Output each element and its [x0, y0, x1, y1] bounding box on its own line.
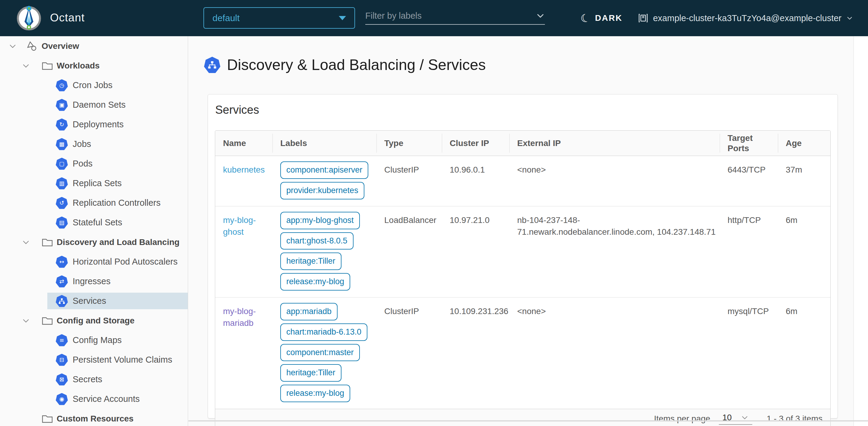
- page-head: Discovery & Load Balancing / Services: [204, 56, 486, 74]
- replica-sets-icon: ▥: [56, 177, 68, 190]
- objects-icon: [25, 40, 38, 52]
- sidebar-item-jobs[interactable]: ▦ Jobs: [0, 134, 188, 154]
- service-link[interactable]: my-blog-mariadb: [223, 307, 256, 328]
- label-pill[interactable]: heritage:Tiller: [280, 253, 341, 270]
- label-filter-placeholder: Filter by labels: [365, 11, 422, 21]
- folder-icon: [41, 60, 54, 72]
- label-pill[interactable]: component:master: [280, 344, 360, 362]
- cell-labels: component:apiserver provider:kubernetes: [273, 156, 376, 206]
- octant-logo: [15, 4, 43, 32]
- sidebar-item-label: Daemon Sets: [73, 100, 126, 110]
- cell-labels: app:mariadb chart:mariadb-6.13.0 compone…: [273, 297, 376, 409]
- sidebar-item-discovery-and-load-balancing[interactable]: Discovery and Load Balancing: [0, 232, 188, 252]
- sidebar-item-label: Replication Controllers: [73, 198, 161, 208]
- theme-toggle-button[interactable]: ☾ DARK: [581, 0, 622, 36]
- sidebar-item-label: Workloads: [57, 61, 100, 70]
- service-accounts-icon: ◉: [56, 393, 68, 405]
- sidebar-item-persistent-volume-claims[interactable]: ⊟ Persistent Volume Claims: [0, 350, 188, 370]
- namespace-select[interactable]: default: [204, 7, 355, 29]
- label-pill[interactable]: chart:mariadb-6.13.0: [280, 323, 367, 341]
- sidebar-item-label: Persistent Volume Claims: [73, 355, 172, 365]
- sidebar-item-replication-controllers[interactable]: ↺ Replication Controllers: [0, 193, 188, 213]
- sidebar: Overview Workloads ◷ Cron Jobs ▣ Daemon …: [0, 36, 188, 426]
- folder-icon: [41, 236, 54, 248]
- label-pill[interactable]: release:my-blog: [280, 273, 350, 290]
- table-pagination: Items per page 10 1 - 3 of 3 items: [215, 409, 830, 426]
- card-title: Services: [208, 94, 838, 116]
- sidebar-item-workloads[interactable]: Workloads: [0, 56, 188, 76]
- deployments-icon: ↻: [56, 119, 68, 131]
- label-pill[interactable]: component:apiserver: [280, 162, 368, 179]
- cell-type: ClusterIP: [376, 297, 442, 409]
- cell-age: 37m: [778, 156, 830, 206]
- sidebar-item-config-maps[interactable]: ≡ Config Maps: [0, 330, 188, 350]
- label-pill[interactable]: provider:kubernetes: [280, 182, 364, 199]
- main-content: Discovery & Load Balancing / Services Se…: [188, 36, 868, 426]
- stateful-sets-icon: ▤: [56, 217, 68, 229]
- scrollbar-track[interactable]: [854, 36, 868, 426]
- jobs-icon: ▦: [56, 138, 68, 150]
- label-pill[interactable]: heritage:Tiller: [280, 364, 341, 382]
- services-card: Services Name Labels Type Cluster IP Ext…: [208, 94, 838, 419]
- label-pill[interactable]: app:my-blog-ghost: [280, 212, 360, 229]
- label-pill[interactable]: chart:ghost-8.0.5: [280, 232, 353, 250]
- cell-external-ip: <none>: [509, 156, 720, 206]
- sidebar-item-custom-resources[interactable]: Custom Resources: [0, 409, 188, 426]
- secrets-icon: ⊠: [56, 373, 68, 386]
- cell-target-ports: mysql/TCP: [720, 297, 778, 409]
- cell-age: 6m: [778, 297, 830, 409]
- sidebar-item-overview[interactable]: Overview: [0, 36, 188, 56]
- sidebar-item-label: Ingresses: [73, 276, 111, 286]
- daemon-sets-icon: ▣: [56, 99, 68, 111]
- sidebar-item-ingresses[interactable]: ⇄ Ingresses: [0, 272, 188, 291]
- cell-external-ip: <none>: [509, 297, 720, 409]
- sidebar-item-label: Deployments: [73, 119, 124, 130]
- sidebar-item-label: Stateful Sets: [73, 218, 122, 227]
- sidebar-item-horizontal-pod-autoscalers[interactable]: ↔ Horizontal Pod Autoscalers: [0, 252, 188, 272]
- cell-target-ports: http/TCP: [720, 206, 778, 297]
- sidebar-item-deployments[interactable]: ↻ Deployments: [0, 115, 188, 134]
- sidebar-item-label: Discovery and Load Balancing: [57, 237, 180, 247]
- sidebar-item-config-and-storage[interactable]: Config and Storage: [0, 311, 188, 330]
- column-header-age: Age: [778, 131, 830, 156]
- label-pill[interactable]: release:my-blog: [280, 385, 350, 402]
- brand: Octant: [15, 4, 85, 32]
- column-header-target-ports: Target Ports: [720, 131, 778, 156]
- sidebar-item-stateful-sets[interactable]: ▤ Stateful Sets: [0, 213, 188, 232]
- label-pill[interactable]: app:mariadb: [280, 303, 338, 320]
- cell-age: 6m: [778, 206, 830, 297]
- service-link[interactable]: my-blog-ghost: [223, 216, 256, 236]
- page-title: Discovery & Load Balancing / Services: [227, 56, 486, 74]
- cell-cluster-ip: 10.97.21.0: [442, 206, 509, 297]
- sidebar-item-pods[interactable]: ▢ Pods: [0, 154, 188, 173]
- sidebar-item-secrets[interactable]: ⊠ Secrets: [0, 370, 188, 389]
- sidebar-item-label: Config Maps: [73, 335, 122, 345]
- label-filter-input[interactable]: Filter by labels: [365, 7, 545, 25]
- sidebar-item-label: Config and Storage: [57, 316, 134, 325]
- sidebar-item-label: Replica Sets: [73, 178, 122, 188]
- caret-down-icon: [339, 16, 346, 20]
- chevron-down-icon: [536, 11, 545, 20]
- column-header-cluster-ip: Cluster IP: [442, 131, 509, 156]
- sidebar-item-replica-sets[interactable]: ▥ Replica Sets: [0, 173, 188, 193]
- chevron-down-icon: [846, 15, 853, 22]
- pods-icon: ▢: [56, 158, 68, 170]
- sidebar-item-services[interactable]: Services: [0, 291, 188, 311]
- sidebar-item-daemon-sets[interactable]: ▣ Daemon Sets: [0, 95, 188, 115]
- sidebar-item-service-accounts[interactable]: ◉ Service Accounts: [0, 389, 188, 409]
- items-per-page-select[interactable]: 10: [719, 413, 752, 425]
- sidebar-item-label: Overview: [41, 41, 79, 51]
- chevron-down-icon: [8, 42, 17, 50]
- table-row: my-blog-mariadb app:mariadb chart:mariad…: [215, 297, 830, 409]
- service-link[interactable]: kubernetes: [223, 165, 265, 174]
- cron-jobs-icon: ◷: [56, 79, 68, 91]
- folder-icon: [41, 413, 54, 425]
- services-table: Name Labels Type Cluster IP External IP …: [215, 130, 831, 426]
- sidebar-item-label: Pods: [73, 159, 93, 169]
- cell-name: my-blog-ghost: [215, 206, 273, 297]
- pagination-range: 1 - 3 of 3 items: [767, 414, 823, 424]
- cluster-selector[interactable]: example-cluster-ka3TuTzYo4a@example-clus…: [638, 0, 853, 36]
- sidebar-item-cron-jobs[interactable]: ◷ Cron Jobs: [0, 76, 188, 95]
- cell-type: LoadBalancer: [376, 206, 442, 297]
- ingresses-icon: ⇄: [56, 276, 68, 287]
